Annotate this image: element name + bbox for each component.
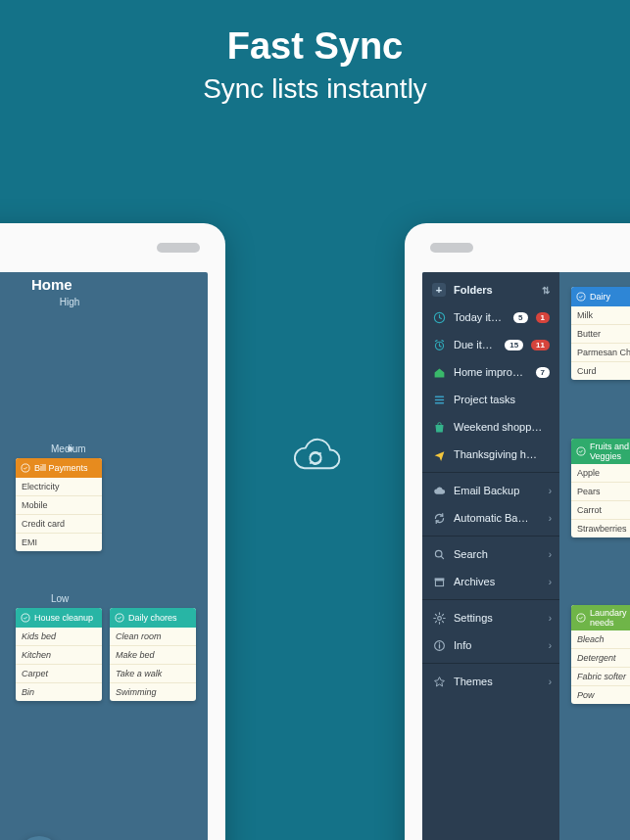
- list-icon: [432, 393, 446, 406]
- clock-icon: [432, 310, 446, 324]
- themes-icon: [432, 675, 446, 688]
- hero-subtitle: Sync lists instantly: [0, 73, 630, 105]
- chevron-right-icon: ›: [549, 549, 552, 560]
- sidebar-item-today[interactable]: Today items 5 1: [422, 303, 559, 331]
- priority-medium-label: Medium: [16, 443, 104, 458]
- list-item[interactable]: Apple: [571, 464, 630, 483]
- list-item[interactable]: Bleach: [571, 630, 630, 649]
- card-bill-payments[interactable]: Bill Payments Electricity Mobile Credit …: [16, 458, 102, 551]
- list-item[interactable]: Bin: [16, 683, 102, 701]
- card-title: Laundary needs: [590, 608, 630, 628]
- chevron-right-icon: ›: [549, 640, 552, 651]
- list-item[interactable]: Detergent: [571, 649, 630, 668]
- tablet-left: Home High Medium Bill Payments Electrici…: [0, 223, 225, 840]
- list-item[interactable]: Electricity: [16, 478, 102, 496]
- sidebar-item-label: Thanksgiving h…: [454, 448, 550, 460]
- sidebar-settings[interactable]: Settings ›: [422, 604, 559, 631]
- card-laundry[interactable]: Laundary needs Bleach Detergent Fabric s…: [571, 605, 630, 704]
- cloud-sync-icon: [286, 436, 345, 483]
- sidebar-item-label: Home impro…: [454, 366, 528, 378]
- check-circle-icon: [576, 446, 586, 456]
- alarm-icon: [432, 338, 446, 351]
- svg-point-8: [437, 616, 441, 620]
- hero-title: Fast Sync: [0, 25, 630, 68]
- card-title: Bill Payments: [34, 463, 88, 473]
- sidebar-info[interactable]: Info ›: [422, 631, 559, 659]
- sidebar-item-label: Today items: [454, 311, 506, 323]
- list-item[interactable]: Kids bed: [16, 628, 102, 646]
- card-daily-chores[interactable]: Daily chores Clean room Make bed Take a …: [110, 608, 196, 701]
- add-folder-button[interactable]: +: [432, 283, 446, 297]
- check-circle-icon: [21, 613, 30, 623]
- sidebar-item-weekend-shopping[interactable]: Weekend shopp…: [422, 413, 559, 441]
- card-title: Dairy: [590, 292, 610, 302]
- expand-collapse-icon[interactable]: ⇅: [542, 285, 550, 296]
- list-item[interactable]: Make bed: [110, 646, 196, 665]
- list-item[interactable]: Pears: [571, 483, 630, 501]
- add-button[interactable]: [19, 836, 60, 840]
- sidebar-item-label: Archives: [454, 576, 550, 587]
- refresh-icon: [432, 511, 446, 525]
- card-title: House cleanup: [34, 613, 93, 623]
- card-dairy[interactable]: Dairy Milk Butter Parmesan Che Curd: [571, 287, 630, 380]
- sidebar-item-label: Due items: [454, 339, 497, 350]
- sidebar-search[interactable]: Search ›: [422, 540, 559, 568]
- count-badge-alert: 11: [531, 340, 550, 350]
- sidebar-item-label: Project tasks: [454, 394, 550, 405]
- sidebar-automatic-backup[interactable]: Automatic Ba… ›: [422, 504, 559, 532]
- list-item[interactable]: Milk: [571, 306, 630, 325]
- card-fruits-veggies[interactable]: Fruits and Veggies Apple Pears Carrot St…: [571, 439, 630, 537]
- sidebar-folders-header[interactable]: + Folders ⇅: [422, 276, 559, 303]
- list-item[interactable]: Clean room: [110, 628, 196, 646]
- sidebar-item-label: Automatic Ba…: [454, 512, 550, 524]
- priority-high-label: High: [16, 295, 123, 309]
- sidebar-item-home-improvement[interactable]: Home impro… 7: [422, 358, 559, 386]
- list-item[interactable]: Take a walk: [110, 665, 196, 683]
- count-badge: 15: [505, 340, 523, 350]
- hero: Fast Sync Sync lists instantly: [0, 0, 630, 105]
- page-title: Home: [16, 276, 123, 295]
- home-indicator: [430, 243, 473, 253]
- sidebar-item-label: Search: [454, 548, 550, 560]
- chevron-right-icon: ›: [549, 677, 552, 687]
- list-item[interactable]: Butter: [571, 325, 630, 344]
- count-badge: 7: [536, 367, 550, 378]
- sidebar-item-project[interactable]: Project tasks: [422, 386, 559, 413]
- screen-left: Home High Medium Bill Payments Electrici…: [0, 272, 208, 840]
- list-item[interactable]: Carrot: [571, 501, 630, 520]
- sidebar-item-label: Weekend shopp…: [454, 421, 550, 433]
- sidebar: + Folders ⇅ Today items 5 1 Due items 15…: [422, 272, 559, 840]
- gear-icon: [432, 611, 446, 625]
- sidebar-archives[interactable]: Archives ›: [422, 568, 559, 595]
- sidebar-item-due[interactable]: Due items 15 11: [422, 331, 559, 358]
- chevron-right-icon: ›: [549, 486, 552, 496]
- count-badge: 5: [513, 312, 527, 323]
- list-area: Dairy Milk Butter Parmesan Che Curd Frui…: [561, 272, 630, 840]
- list-item[interactable]: Kitchen: [16, 646, 102, 665]
- list-item[interactable]: Credit card: [16, 515, 102, 534]
- sidebar-email-backup[interactable]: Email Backup ›: [422, 477, 559, 504]
- chevron-right-icon: ›: [549, 577, 552, 587]
- card-house-cleanup[interactable]: House cleanup Kids bed Kitchen Carpet Bi…: [16, 608, 102, 701]
- chevron-right-icon: ›: [549, 613, 552, 624]
- list-item[interactable]: Parmesan Che: [571, 344, 630, 362]
- check-circle-icon: [576, 292, 586, 302]
- home-icon: [432, 365, 446, 379]
- list-item[interactable]: Curd: [571, 362, 630, 380]
- sidebar-item-label: Themes: [454, 676, 550, 687]
- list-item[interactable]: Pow: [571, 686, 630, 704]
- list-item[interactable]: Swimming: [110, 683, 196, 701]
- check-circle-icon: [576, 613, 586, 623]
- chevron-right-icon: ›: [549, 513, 552, 524]
- cloud-icon: [432, 484, 446, 497]
- sidebar-themes[interactable]: Themes ›: [422, 668, 559, 695]
- bag-icon: [432, 420, 446, 434]
- count-badge-alert: 1: [536, 312, 550, 323]
- list-item[interactable]: Strawberries: [571, 520, 630, 537]
- list-item[interactable]: Fabric softer: [571, 668, 630, 686]
- list-item[interactable]: Mobile: [16, 496, 102, 515]
- list-item[interactable]: Carpet: [16, 665, 102, 683]
- list-item[interactable]: EMI: [16, 534, 102, 551]
- svg-rect-7: [435, 580, 443, 585]
- sidebar-item-thanksgiving[interactable]: Thanksgiving h…: [422, 441, 559, 468]
